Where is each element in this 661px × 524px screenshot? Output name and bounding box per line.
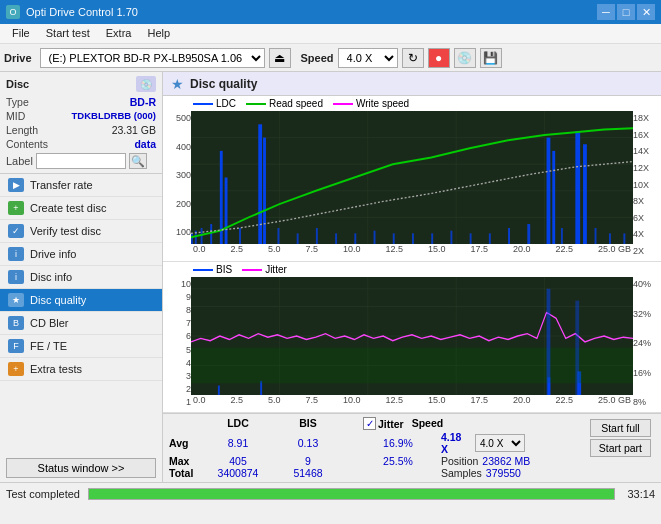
speed-col-header: Speed: [412, 417, 472, 430]
progress-bar-wrapper: [88, 488, 615, 500]
ldc-y-axis-left: 500 400 300 200 100: [163, 111, 191, 258]
speed-refresh-button[interactable]: ↻: [402, 48, 424, 68]
content-area: ★ Disc quality LDC Read speed: [163, 72, 661, 482]
disc-length-val: 23.31 GB: [112, 124, 156, 136]
bis-dot: [193, 269, 213, 271]
drive-select[interactable]: (E:) PLEXTOR BD-R PX-LB950SA 1.06: [40, 48, 265, 68]
svg-rect-37: [609, 233, 611, 244]
sidebar-item-create-test-disc[interactable]: + Create test disc: [0, 197, 162, 220]
start-full-button[interactable]: Start full: [590, 419, 651, 437]
jitter-checkbox[interactable]: ✓: [363, 417, 376, 430]
ldc-label: LDC: [216, 98, 236, 109]
stats-area: LDC BIS ✓ Jitter Speed Avg 8.91 0.13: [163, 413, 661, 482]
max-ldc: 405: [203, 455, 273, 467]
disc-label-input[interactable]: [36, 153, 126, 169]
stats-max-row: Max 405 9 25.5% Position 23862 MB: [169, 455, 582, 467]
sidebar-item-extra-tests[interactable]: + Extra tests: [0, 358, 162, 381]
ldc-y-axis-right: 18X 16X 14X 12X 10X 8X 6X 4X 2X: [633, 111, 661, 258]
disc-label-row: Label 🔍: [6, 151, 156, 169]
create-test-disc-icon: +: [8, 201, 24, 215]
speed-target-select[interactable]: 4.0 X: [475, 434, 525, 452]
sidebar-item-cd-bler[interactable]: B CD Bler: [0, 312, 162, 335]
sidebar-item-drive-info[interactable]: i Drive info: [0, 243, 162, 266]
nav-items: ▶ Transfer rate + Create test disc ✓ Ver…: [0, 174, 162, 454]
menu-file[interactable]: File: [4, 26, 38, 41]
menu-help[interactable]: Help: [139, 26, 178, 41]
avg-label: Avg: [169, 437, 203, 449]
svg-rect-31: [547, 138, 551, 244]
max-label: Max: [169, 455, 203, 467]
minimize-button[interactable]: ─: [597, 4, 615, 20]
status-text: Test completed: [6, 488, 80, 500]
ldc-header: LDC: [203, 417, 273, 430]
right-buttons: Start full Start part: [586, 417, 655, 459]
svg-rect-15: [258, 124, 262, 244]
total-label: Total: [169, 467, 203, 479]
svg-rect-14: [239, 228, 241, 244]
progress-bar-fill: [89, 489, 614, 499]
sidebar-item-verify-test-disc[interactable]: ✓ Verify test disc: [0, 220, 162, 243]
nav-label-extra-tests: Extra tests: [30, 363, 82, 375]
close-button[interactable]: ✕: [637, 4, 655, 20]
bis-chart-wrapper: BIS Jitter 10 9 8 7 6 5: [163, 262, 661, 413]
menu-starttest[interactable]: Start test: [38, 26, 98, 41]
stats-total-row: Total 3400874 51468 Samples 379550: [169, 467, 582, 479]
bis-y-axis-right: 40% 32% 24% 16% 8%: [633, 277, 661, 409]
disc-contents-val: data: [134, 138, 156, 150]
bis-label: BIS: [216, 264, 232, 275]
svg-rect-16: [263, 138, 266, 244]
disc-label-btn[interactable]: 🔍: [129, 153, 147, 169]
menu-extra[interactable]: Extra: [98, 26, 140, 41]
disc-row-type: Type BD-R: [6, 95, 156, 109]
disc-row-mid: MID TDKBLDRBB (000): [6, 109, 156, 123]
charts-container: LDC Read speed Write speed 500: [163, 96, 661, 413]
disc-quality-icon: ★: [8, 293, 24, 307]
disc-row-length: Length 23.31 GB: [6, 123, 156, 137]
app-title: Opti Drive Control 1.70: [26, 6, 138, 18]
nav-label-fe-te: FE / TE: [30, 340, 67, 352]
ldc-legend: LDC Read speed Write speed: [163, 96, 661, 111]
disc-panel: Disc 💿 Type BD-R MID TDKBLDRBB (000) Len…: [0, 72, 162, 174]
disc-type-val: BD-R: [130, 96, 156, 108]
status-window-button[interactable]: Status window >>: [6, 458, 156, 478]
maximize-button[interactable]: □: [617, 4, 635, 20]
write-speed-legend-item: Write speed: [333, 98, 409, 109]
sidebar-item-disc-quality[interactable]: ★ Disc quality: [0, 289, 162, 312]
jitter-header-container: ✓ Jitter: [363, 417, 404, 430]
stats-row-container: LDC BIS ✓ Jitter Speed Avg 8.91 0.13: [169, 417, 655, 479]
window-controls: ─ □ ✕: [597, 4, 655, 20]
stats-headers: LDC BIS ✓ Jitter Speed: [169, 417, 582, 430]
ldc-chart-svg: [191, 111, 633, 244]
nav-label-cd-bler: CD Bler: [30, 317, 69, 329]
main-layout: Disc 💿 Type BD-R MID TDKBLDRBB (000) Len…: [0, 72, 661, 482]
sidebar-item-transfer-rate[interactable]: ▶ Transfer rate: [0, 174, 162, 197]
speed-select[interactable]: 4.0 X: [338, 48, 398, 68]
svg-rect-18: [297, 233, 299, 244]
bis-legend-item: BIS: [193, 264, 232, 275]
svg-rect-26: [450, 231, 452, 244]
read-dot: [246, 103, 266, 105]
svg-rect-53: [575, 301, 579, 395]
save-button[interactable]: 💾: [480, 48, 502, 68]
ldc-chart-wrapper: LDC Read speed Write speed 500: [163, 96, 661, 262]
eject-button[interactable]: ⏏: [269, 48, 291, 68]
svg-rect-29: [508, 228, 510, 244]
svg-rect-24: [412, 233, 414, 244]
content-header: ★ Disc quality: [163, 72, 661, 96]
position-val: 23862 MB: [482, 455, 530, 467]
svg-rect-47: [218, 386, 220, 395]
start-part-button[interactable]: Start part: [590, 439, 651, 457]
svg-rect-25: [431, 233, 433, 244]
content-header-icon: ★: [171, 76, 184, 92]
nav-label-create-test-disc: Create test disc: [30, 202, 106, 214]
status-time: 33:14: [627, 488, 655, 500]
sidebar-item-disc-info[interactable]: i Disc info: [0, 266, 162, 289]
read-speed-label: Read speed: [269, 98, 323, 109]
svg-rect-35: [583, 144, 587, 244]
sidebar-item-fe-te[interactable]: F FE / TE: [0, 335, 162, 358]
disc-write-button[interactable]: 💿: [454, 48, 476, 68]
svg-rect-32: [552, 151, 555, 244]
bis-header: BIS: [273, 417, 343, 430]
position-label: Position: [441, 455, 478, 467]
disc-erase-button[interactable]: ●: [428, 48, 450, 68]
